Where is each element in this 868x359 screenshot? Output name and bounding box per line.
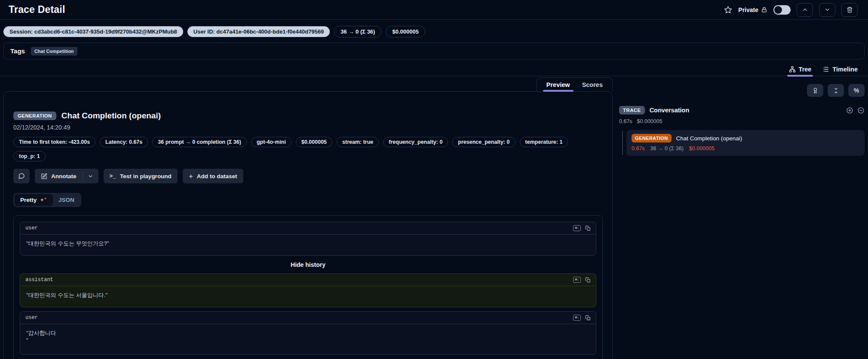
playground-label: Test in playground bbox=[120, 173, 172, 180]
terminal-icon: >_ bbox=[110, 173, 117, 180]
collapse-tree-button[interactable] bbox=[857, 107, 865, 114]
previous-trace-button[interactable] bbox=[797, 3, 813, 17]
message-card-user-1: user M↓ "대한민국의 수도는 무엇인가요?" bbox=[20, 222, 596, 256]
message-tools: M↓ bbox=[573, 277, 591, 283]
metric-pill: frequency_penalty: 0 bbox=[383, 137, 448, 147]
metric-pill: $0.000005 bbox=[296, 137, 332, 147]
observation-header: GENERATION Chat Completion (openai) bbox=[13, 111, 603, 121]
collapse-all-button[interactable] bbox=[828, 84, 844, 97]
lock-icon bbox=[761, 6, 767, 13]
page-title: Trace Detail bbox=[9, 4, 65, 15]
tags-box: Tags Chat Competition bbox=[3, 43, 865, 59]
tab-pretty[interactable]: Pretty ✦✦ bbox=[15, 194, 53, 206]
trace-tree-panel: % TRACE Conversation 0.67s $0.000005 GEN… bbox=[619, 84, 865, 156]
copy-icon bbox=[585, 277, 591, 283]
tag-badge[interactable]: Chat Competition bbox=[31, 47, 77, 56]
annotate-button[interactable]: Annotate bbox=[35, 169, 83, 183]
message-card-assistant: assistant M↓ "대한민국의 수도는 서울입니다." bbox=[20, 273, 596, 307]
add-to-dataset-button[interactable]: + Add to dataset bbox=[183, 169, 243, 183]
message-header: user M↓ bbox=[20, 222, 596, 235]
delete-trace-button[interactable] bbox=[841, 3, 858, 17]
annotate-split-button: Annotate bbox=[35, 169, 98, 183]
node-metrics: 0.67s 36 → 0 (Σ 36) $0.000005 bbox=[632, 145, 859, 152]
chevron-down-icon bbox=[88, 173, 93, 179]
trace-title: Conversation bbox=[650, 107, 841, 114]
metric-pill: Latency: 0.67s bbox=[100, 137, 148, 147]
comment-icon bbox=[18, 173, 25, 180]
tree-node-generation[interactable]: GENERATION Chat Completion (openai) 0.67… bbox=[626, 130, 865, 156]
percent-icon: % bbox=[854, 87, 859, 94]
metric-pill: stream: true bbox=[337, 137, 379, 147]
chevron-up-icon bbox=[802, 6, 808, 13]
copy-icon bbox=[585, 315, 591, 321]
tab-scores[interactable]: Scores bbox=[577, 78, 608, 92]
node-header: GENERATION Chat Completion (openai) bbox=[632, 134, 859, 142]
markdown-toggle-icon[interactable]: M↓ bbox=[573, 277, 581, 283]
copy-button[interactable] bbox=[585, 277, 591, 283]
tab-timeline[interactable]: Timeline bbox=[822, 63, 858, 76]
panel-tabs: Preview Scores bbox=[537, 77, 613, 92]
observation-timestamp: 02/12/2024, 14:20:49 bbox=[13, 124, 603, 131]
user-id-pill[interactable]: User ID: dc47a41e-06bc-400d-bde1-f0e440d… bbox=[187, 26, 330, 37]
trace-id-pills: Session: cd3abcd6-c81c-4037-935d-19d9f27… bbox=[3, 26, 425, 37]
metric-pill: gpt-4o-mini bbox=[251, 137, 291, 147]
test-in-playground-button[interactable]: >_ Test in playground bbox=[104, 169, 178, 183]
metric-pill: 36 prompt → 0 completion (Σ 36) bbox=[152, 137, 247, 147]
annotate-label: Annotate bbox=[51, 173, 77, 180]
expand-all-button[interactable] bbox=[846, 107, 853, 114]
message-tools: M↓ bbox=[573, 225, 591, 231]
cost-pill: $0.000005 bbox=[386, 26, 425, 37]
message-tools: M↓ bbox=[573, 315, 591, 321]
trace-badge: TRACE bbox=[619, 106, 645, 115]
add-to-dataset-label: Add to dataset bbox=[197, 173, 237, 180]
tab-json[interactable]: JSON bbox=[53, 194, 80, 206]
metric-pills-row-2: top_p: 1 bbox=[13, 151, 603, 161]
chevron-down-icon bbox=[824, 6, 831, 13]
metric-pill: top_p: 1 bbox=[13, 151, 46, 161]
tags-label: Tags bbox=[10, 47, 25, 55]
tab-tree-label: Tree bbox=[799, 66, 812, 73]
bookmark-star-button[interactable] bbox=[724, 6, 732, 14]
tab-tree[interactable]: Tree bbox=[789, 63, 812, 76]
markdown-toggle-icon[interactable]: M↓ bbox=[573, 225, 581, 231]
privacy-label-group: Private bbox=[738, 6, 767, 13]
tree-zoom-controls bbox=[846, 107, 865, 114]
trash-icon bbox=[847, 6, 853, 13]
message-content: "대한민국의 수도는 무엇인가요?" bbox=[20, 235, 596, 255]
privacy-toggle[interactable] bbox=[773, 5, 791, 15]
circle-plus-icon bbox=[846, 107, 853, 114]
session-pill[interactable]: Session: cd3abcd6-c81c-4037-935d-19d9f27… bbox=[3, 26, 183, 37]
metrics-toggle-button[interactable]: % bbox=[848, 84, 865, 97]
generation-badge: GENERATION bbox=[632, 134, 672, 142]
tree-icon bbox=[789, 66, 796, 73]
token-usage-pill: 36 → 0 (Σ 36) bbox=[334, 26, 381, 37]
metric-pill: temperature: 1 bbox=[520, 137, 568, 147]
message-header: user M↓ bbox=[20, 312, 596, 324]
message-role: user bbox=[25, 315, 38, 321]
copy-button[interactable] bbox=[585, 226, 591, 231]
message-role: assistant bbox=[25, 277, 53, 283]
comments-button[interactable] bbox=[13, 169, 30, 183]
next-trace-button[interactable] bbox=[819, 3, 835, 17]
metric-pill: presence_penalty: 0 bbox=[452, 137, 515, 147]
fold-vertical-icon bbox=[833, 87, 839, 94]
trace-root-row[interactable]: TRACE Conversation bbox=[619, 106, 865, 115]
copy-button[interactable] bbox=[585, 315, 591, 321]
annotate-dropdown-button[interactable] bbox=[83, 169, 98, 183]
tree-toolbar: % bbox=[619, 84, 865, 97]
node-tokens: 36 → 0 (Σ 36) bbox=[650, 145, 684, 152]
node-latency: 0.67s bbox=[632, 145, 645, 152]
messages-container: user M↓ "대한민국의 수도는 무엇인가요?" Hide history bbox=[13, 215, 603, 359]
tab-preview[interactable]: Preview bbox=[541, 78, 575, 92]
timeline-icon bbox=[822, 66, 829, 73]
message-content: "대한민국의 수도는 서울입니다." bbox=[20, 286, 596, 307]
trace-metrics: 0.67s $0.000005 bbox=[619, 118, 865, 124]
tab-timeline-label: Timeline bbox=[832, 66, 858, 73]
scores-toggle-button[interactable] bbox=[807, 84, 823, 97]
format-tabs: Pretty ✦✦ JSON bbox=[13, 193, 81, 207]
hide-history-button[interactable]: Hide history bbox=[20, 261, 596, 268]
observation-detail-panel: Preview Scores GENERATION Chat Completio… bbox=[3, 91, 613, 359]
node-title: Chat Completion (openai) bbox=[676, 135, 742, 142]
circle-minus-icon bbox=[857, 107, 865, 114]
markdown-toggle-icon[interactable]: M↓ bbox=[573, 315, 581, 321]
